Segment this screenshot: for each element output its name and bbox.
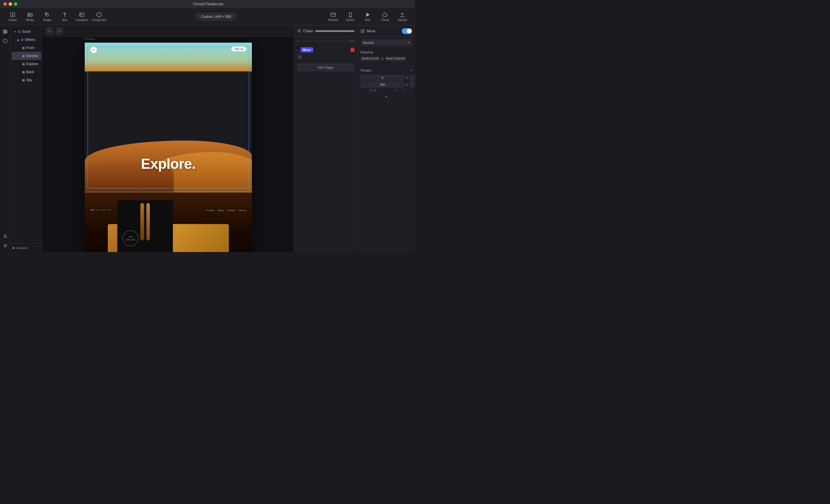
minimize-button[interactable] xyxy=(9,2,12,6)
second-selector[interactable]: Second ▾ xyxy=(360,39,412,46)
move-panel-title: Move xyxy=(367,29,375,33)
layer-front[interactable]: ▣ Front xyxy=(11,44,41,52)
range-header: Range1 × xyxy=(360,68,412,73)
canvas-toolbar: ← → xyxy=(42,25,294,37)
cloud-button[interactable]: Cloud xyxy=(377,9,393,24)
range-row-2: ⛓ xyxy=(360,82,412,88)
sidebar-icon-strip xyxy=(0,25,10,252)
bottom-nav: Product About Contact Join us xyxy=(206,209,246,212)
user-icon-btn[interactable] xyxy=(1,232,9,240)
range-y-to[interactable] xyxy=(410,82,415,88)
nav-about[interactable]: About xyxy=(218,209,224,212)
hamburger-button[interactable]: ≡ xyxy=(91,47,97,53)
svg-point-17 xyxy=(4,245,6,246)
run-icon xyxy=(365,12,371,18)
shape-icon xyxy=(44,12,50,18)
cloud-icon xyxy=(382,12,388,18)
preview-button[interactable]: Preview xyxy=(325,9,341,24)
range-section: Range1 × ⛓ ⛓ Scroll X Y xyxy=(358,65,415,101)
timeline-bar xyxy=(300,41,349,42)
components-icon-btn[interactable] xyxy=(1,37,9,45)
run-button[interactable]: Run xyxy=(360,9,376,24)
layers-icon-btn[interactable] xyxy=(1,28,9,36)
settings-icon-btn[interactable] xyxy=(1,242,9,250)
nav-dots xyxy=(91,210,111,210)
canvas-label: Parallax xyxy=(85,37,95,41)
layer-back[interactable]: ▣ Back xyxy=(11,68,41,76)
sidebar-bottom: ▶ Variable xyxy=(10,243,42,252)
nav-joinus[interactable]: Join us xyxy=(238,209,246,212)
range-labels: Scroll X Y xyxy=(360,89,412,92)
layer-second[interactable]: ▣ Second xyxy=(11,52,41,60)
maximize-button[interactable] xyxy=(14,2,17,6)
canvas-content[interactable]: Parallax ≡ Sign up xyxy=(42,37,294,252)
range-scroll-to[interactable] xyxy=(360,82,404,88)
layer-scroll[interactable]: ▼ ⊞ Scroll xyxy=(11,28,41,36)
svg-rect-14 xyxy=(3,33,7,33)
shape-button[interactable]: Shape xyxy=(39,9,55,24)
component-icon xyxy=(96,12,102,18)
text-icon xyxy=(62,12,67,18)
layer-others[interactable]: ▶ ⊞ Others xyxy=(11,36,41,44)
text-button[interactable]: Text xyxy=(57,9,73,24)
svg-marker-11 xyxy=(366,13,370,17)
nav-forward-button[interactable]: → xyxy=(56,27,63,35)
add-range-button[interactable]: + xyxy=(360,94,412,99)
mapping-label: Mapping xyxy=(360,51,412,54)
upload-icon xyxy=(400,12,405,18)
chain-header: ⛓ Chain xyxy=(294,25,357,37)
close-button[interactable] xyxy=(3,2,7,6)
photo-3 xyxy=(140,203,144,240)
photo-4 xyxy=(147,203,150,240)
move-trigger-icon: ↕ xyxy=(297,48,299,52)
window-controls xyxy=(3,2,17,6)
section-separator xyxy=(85,192,252,192)
toolbar-right: Preview Device Run Cloud U xyxy=(325,9,410,24)
svg-rect-1 xyxy=(28,13,32,17)
plus-row: + xyxy=(294,55,357,61)
layer-explore[interactable]: ▣ Explore. xyxy=(11,60,41,68)
canvas-area: ← → Parallax xyxy=(42,25,294,252)
sky-layer xyxy=(85,43,252,71)
range-close-button[interactable]: × xyxy=(410,68,412,73)
container-button[interactable]: Container xyxy=(74,9,90,24)
circle-stamp: THEEXPLORE xyxy=(123,230,138,246)
import-button[interactable]: Import xyxy=(5,9,21,24)
layer-panel: ▼ ⊞ Scroll ▶ ⊞ Others ▣ Front ▣ xyxy=(10,25,42,252)
add-trigger-button[interactable]: Add Trigger xyxy=(297,64,354,71)
preview-top: ≡ Sign up Explore. xyxy=(85,43,252,192)
viewport-selector[interactable]: Custom 1440 × 900 xyxy=(196,13,236,21)
move-label-button[interactable]: Move xyxy=(300,47,313,53)
media-button[interactable]: Media xyxy=(22,9,38,24)
upload-button[interactable]: Upload xyxy=(394,9,410,24)
chain-title: Chain xyxy=(303,29,313,33)
scroll-col: Scroll of Scroll xyxy=(360,56,380,61)
range-scroll-from[interactable] xyxy=(360,75,404,81)
window-title: * [Asset] Parallax.pie xyxy=(192,2,224,6)
layer-sky[interactable]: ▣ Sky xyxy=(11,76,41,84)
nav-product[interactable]: Product xyxy=(206,209,215,212)
variable-row[interactable]: ▶ Variable xyxy=(13,246,40,250)
move-toggle[interactable] xyxy=(402,28,412,34)
move-panel: Move Second ▾ Mapping Scroll of Scroll ⛓… xyxy=(357,25,415,252)
svg-rect-13 xyxy=(3,31,7,32)
device-button[interactable]: Device xyxy=(342,9,358,24)
nav-contact[interactable]: Contact xyxy=(227,209,235,212)
titlebar: * [Asset] Parallax.pie xyxy=(0,0,415,8)
range-x-to[interactable] xyxy=(410,75,415,81)
mapping-scroll-row: Scroll of Scroll ⛓ Move of Second xyxy=(360,56,412,61)
toolbar: Import Media Shape Text Container Com xyxy=(0,8,415,25)
signup-button[interactable]: Sign up xyxy=(231,47,246,51)
move-second-col: Move of Second xyxy=(385,56,406,61)
link-icon: ⛓ xyxy=(381,57,384,61)
container-icon xyxy=(79,12,85,18)
canvas-overflow-bottom: THEEXPLORE xyxy=(117,200,173,252)
import-icon xyxy=(10,12,15,18)
chain-timeline: 0 100 xyxy=(294,37,357,45)
svg-point-16 xyxy=(4,235,6,236)
nav-back-button[interactable]: ← xyxy=(46,27,53,35)
explore-text: Explore. xyxy=(85,156,252,172)
toolbar-center: Custom 1440 × 900 xyxy=(108,13,324,21)
component-button[interactable]: Component xyxy=(91,9,107,24)
add-action-button[interactable]: + xyxy=(297,55,302,60)
